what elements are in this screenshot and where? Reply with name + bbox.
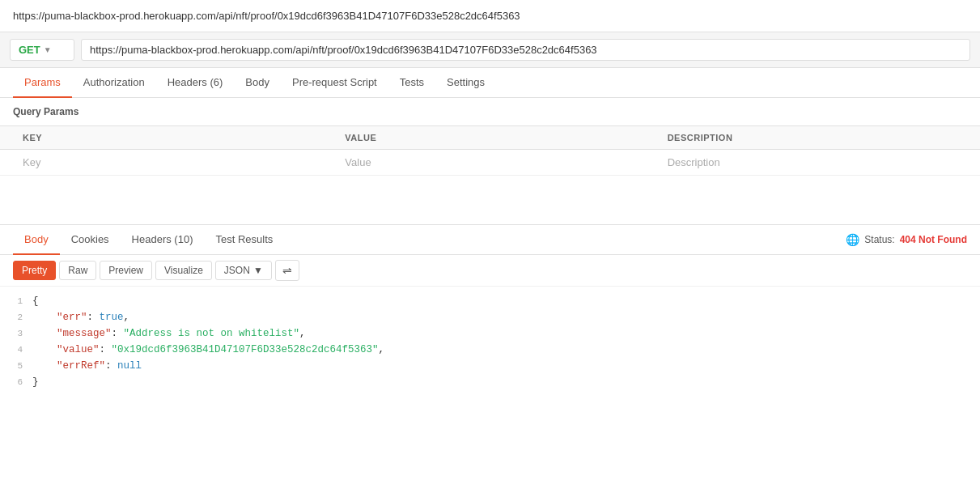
request-tabs: Params Authorization Headers (6) Body Pr… [0, 68, 980, 98]
description-header: DESCRIPTION [658, 126, 980, 149]
response-tab-test-results[interactable]: Test Results [204, 225, 284, 255]
json-selector[interactable]: JSON ▼ [215, 261, 272, 280]
pretty-button[interactable]: Pretty [13, 261, 56, 280]
raw-button[interactable]: Raw [59, 261, 96, 280]
url-input[interactable] [81, 39, 970, 61]
line-number: 1 [6, 295, 32, 309]
line-content: "err": true, [32, 309, 129, 325]
line-number: 3 [6, 327, 32, 342]
value-input[interactable] [345, 156, 647, 168]
chevron-down-icon: ▼ [253, 265, 263, 276]
response-body: 1 { 2 "err": true, 3 "message": "Address… [0, 287, 980, 397]
wrap-button[interactable]: ⇌ [275, 260, 299, 281]
line-content: } [32, 374, 39, 390]
tab-headers[interactable]: Headers (6) [156, 68, 235, 98]
chevron-down-icon: ▼ [44, 45, 52, 54]
line-content: "errRef": null [32, 358, 142, 374]
code-line-4: 4 "value": "0x19dcd6f3963B41D47107F6D33e… [0, 342, 980, 358]
tab-params[interactable]: Params [13, 68, 72, 98]
line-number: 5 [6, 359, 32, 374]
query-params-title: Query Params [0, 98, 980, 125]
tab-settings[interactable]: Settings [435, 68, 496, 98]
method-label: GET [19, 44, 40, 56]
code-line-6: 6 } [0, 374, 980, 390]
request-row: GET ▼ [0, 32, 980, 68]
status-label: Status: [864, 234, 894, 245]
json-label: JSON [224, 265, 250, 276]
tab-pre-request-script[interactable]: Pre-request Script [281, 68, 388, 98]
preview-button[interactable]: Preview [100, 261, 152, 280]
line-number: 2 [6, 311, 32, 325]
line-content: { [32, 293, 39, 309]
key-cell[interactable] [13, 150, 335, 175]
method-selector[interactable]: GET ▼ [10, 39, 74, 61]
description-cell[interactable] [658, 150, 980, 175]
response-tab-body[interactable]: Body [13, 225, 60, 255]
status-info: 🌐 Status: 404 Not Found [846, 233, 967, 246]
response-tab-headers[interactable]: Headers (10) [121, 225, 205, 255]
code-line-5: 5 "errRef": null [0, 358, 980, 374]
code-line-3: 3 "message": "Address is not on whitelis… [0, 325, 980, 342]
line-content: "message": "Address is not on whitelist"… [32, 325, 306, 342]
table-row [0, 150, 980, 176]
key-header: KEY [13, 126, 335, 149]
value-cell[interactable] [335, 150, 657, 175]
tab-authorization[interactable]: Authorization [72, 68, 156, 98]
format-toolbar: Pretty Raw Preview Visualize JSON ▼ ⇌ [0, 255, 980, 287]
visualize-button[interactable]: Visualize [155, 261, 212, 280]
description-input[interactable] [668, 156, 970, 168]
tab-tests[interactable]: Tests [388, 68, 435, 98]
url-display: https://puma-blackbox-prod.herokuapp.com… [0, 0, 980, 32]
code-line-2: 2 "err": true, [0, 309, 980, 325]
key-input[interactable] [23, 156, 325, 168]
line-number: 4 [6, 343, 32, 358]
response-tab-cookies[interactable]: Cookies [60, 225, 121, 255]
globe-icon: 🌐 [846, 233, 859, 246]
line-number: 6 [6, 376, 32, 390]
code-line-1: 1 { [0, 293, 980, 309]
line-content: "value": "0x19dcd6f3963B41D47107F6D33e52… [32, 342, 384, 358]
tab-body[interactable]: Body [234, 68, 281, 98]
status-badge: 404 Not Found [900, 234, 967, 245]
params-table-header: KEY VALUE DESCRIPTION [0, 125, 980, 150]
url-text: https://puma-blackbox-prod.herokuapp.com… [13, 10, 520, 22]
response-tabs: Body Cookies Headers (10) Test Results 🌐… [0, 225, 980, 255]
row-checkbox-col [0, 150, 13, 175]
value-header: VALUE [335, 126, 657, 149]
